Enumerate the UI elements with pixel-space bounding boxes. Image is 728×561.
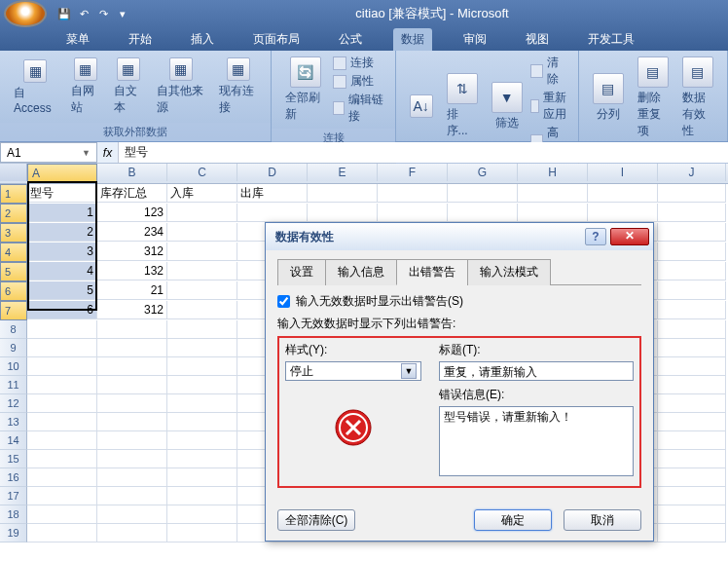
column-header[interactable]: J (658, 164, 726, 181)
ribbon-button[interactable]: ▤分列 (587, 71, 630, 125)
row-header[interactable]: 17 (0, 487, 27, 505)
cell[interactable] (167, 262, 237, 280)
row-header[interactable]: 9 (0, 339, 27, 357)
refresh-all-button[interactable]: 🔄 全部刷新 (279, 55, 330, 125)
cell[interactable]: 132 (97, 262, 167, 280)
cell[interactable]: 库存汇总 (97, 184, 167, 203)
cell[interactable]: 312 (97, 243, 167, 261)
cell[interactable] (237, 204, 308, 222)
cell[interactable] (658, 339, 726, 357)
cell[interactable]: 出库 (237, 184, 308, 203)
cell[interactable] (658, 431, 726, 450)
cell[interactable] (27, 524, 97, 542)
filter-button[interactable]: ▼筛选 (486, 80, 528, 133)
cell[interactable] (378, 204, 448, 222)
column-header[interactable]: I (588, 164, 658, 181)
row-header[interactable]: 11 (0, 376, 27, 394)
cell[interactable] (97, 320, 167, 339)
ribbon-sub-button[interactable]: 连接 (333, 55, 387, 71)
row-header[interactable]: 12 (0, 394, 27, 413)
row-header[interactable]: 19 (0, 524, 27, 542)
cell[interactable] (27, 413, 97, 431)
cell[interactable] (658, 223, 726, 242)
cell[interactable] (658, 243, 726, 261)
cell[interactable] (588, 204, 658, 222)
ribbon-button[interactable]: ▦自 Access (8, 57, 63, 117)
ok-button[interactable]: 确定 (474, 509, 552, 531)
ribbon-sub-button[interactable]: 属性 (333, 73, 387, 90)
cell[interactable] (167, 301, 237, 319)
message-textarea[interactable]: 型号错误，请重新输入！ (439, 406, 634, 476)
row-header[interactable]: 14 (0, 431, 27, 450)
ribbon-button[interactable]: ▤删除重复项 (632, 55, 674, 141)
cell[interactable]: 入库 (167, 184, 237, 203)
column-header[interactable]: B (97, 164, 167, 181)
cell[interactable]: 312 (97, 301, 167, 319)
cell[interactable] (27, 505, 97, 524)
cell[interactable]: 1 (27, 204, 97, 222)
cell[interactable]: 4 (27, 262, 97, 280)
row-header[interactable]: 15 (0, 450, 27, 468)
cell[interactable] (658, 301, 726, 319)
cell[interactable] (378, 184, 448, 203)
row-header[interactable]: 16 (0, 468, 27, 487)
column-header[interactable]: H (518, 164, 588, 181)
cell[interactable] (658, 505, 726, 524)
column-header[interactable]: A (27, 164, 97, 183)
cell[interactable] (167, 223, 237, 242)
close-button[interactable]: ✕ (610, 228, 649, 245)
cell[interactable] (658, 450, 726, 468)
ribbon-button[interactable]: ▦现有连接 (213, 56, 264, 118)
cell[interactable] (658, 357, 726, 376)
cell[interactable] (167, 320, 237, 339)
cell[interactable] (97, 450, 167, 468)
cell[interactable] (308, 184, 378, 203)
cell[interactable]: 2 (27, 223, 97, 242)
menu-tab[interactable]: 数据 (393, 28, 432, 51)
menu-tab[interactable]: 开发工具 (580, 28, 642, 51)
cell[interactable] (658, 281, 726, 300)
row-header[interactable]: 5 (0, 262, 27, 281)
dialog-titlebar[interactable]: 数据有效性 ? ✕ (266, 223, 653, 250)
menu-tab[interactable]: 插入 (183, 28, 222, 51)
cell[interactable] (167, 357, 237, 376)
qat-dropdown-icon[interactable]: ▾ (115, 6, 130, 21)
cell[interactable] (167, 376, 237, 394)
cell[interactable] (167, 450, 237, 468)
row-header[interactable]: 6 (0, 281, 27, 301)
cell[interactable] (97, 524, 167, 542)
ribbon-sub-button[interactable]: 编辑链接 (333, 92, 387, 125)
cell[interactable] (27, 376, 97, 394)
cell[interactable]: 5 (27, 281, 97, 300)
ribbon-button[interactable]: ▦自网站 (65, 56, 106, 118)
cell[interactable]: 234 (97, 223, 167, 242)
cell[interactable] (658, 184, 726, 203)
column-header[interactable]: C (167, 164, 237, 181)
cell[interactable] (97, 357, 167, 376)
cell[interactable] (518, 204, 588, 222)
cell[interactable] (27, 357, 97, 376)
style-select[interactable]: 停止 ▼ (285, 361, 421, 381)
cell[interactable] (167, 487, 237, 505)
cell[interactable] (27, 487, 97, 505)
cell[interactable] (658, 376, 726, 394)
cell[interactable] (27, 339, 97, 357)
menu-tab[interactable]: 开始 (121, 28, 160, 51)
cell[interactable] (658, 320, 726, 339)
column-header[interactable]: G (448, 164, 518, 181)
formula-input[interactable]: 型号 (119, 142, 728, 163)
menu-tab[interactable]: 菜单 (58, 28, 97, 51)
cell[interactable] (658, 204, 726, 222)
cell[interactable] (167, 505, 237, 524)
office-button[interactable] (4, 0, 47, 27)
cell[interactable] (658, 524, 726, 542)
ribbon-button[interactable]: ▦自其他来源 (151, 56, 211, 118)
cell[interactable] (27, 431, 97, 450)
cancel-button[interactable]: 取消 (564, 509, 641, 531)
ribbon-button[interactable]: ▦自文本 (108, 56, 149, 118)
cell[interactable] (97, 376, 167, 394)
cell[interactable] (658, 487, 726, 505)
cell[interactable] (27, 468, 97, 487)
cell[interactable] (97, 487, 167, 505)
cell[interactable] (167, 243, 237, 261)
